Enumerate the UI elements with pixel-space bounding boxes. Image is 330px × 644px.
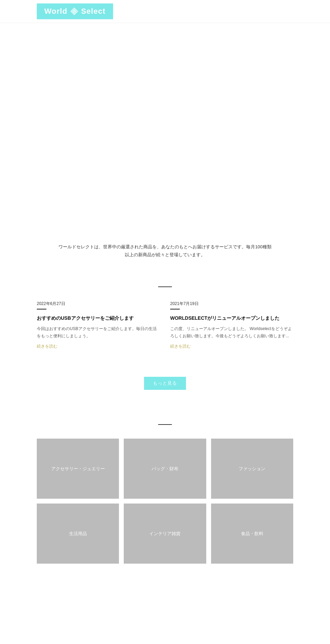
news-item-divider <box>170 309 180 309</box>
divider-line <box>158 286 172 287</box>
news-item: 2022年6月27日 おすすめのUSBアクセサリーをご紹介します 今回はおすすめ… <box>37 301 160 349</box>
news-title: WORLDSELECTがリニューアルオープンしました <box>170 314 293 322</box>
gallery-item-label: バッグ・財布 <box>152 465 178 472</box>
news-item-divider <box>37 309 46 309</box>
news-excerpt: 今回はおすすめのUSBアクセサリーをご紹介します。毎日の生活をもっと便利にしまし… <box>37 325 160 339</box>
logo-button[interactable]: World Select <box>37 3 113 19</box>
logo-icon <box>70 7 78 15</box>
gallery-item[interactable]: 食品・飲料 <box>211 504 293 564</box>
news-readmore-link[interactable]: 続きを読む <box>170 343 293 349</box>
gallery-item[interactable]: バッグ・財布 <box>124 439 206 499</box>
news-date: 2021年7月19日 <box>170 301 293 307</box>
gallery-item-label: ファッション <box>239 465 265 472</box>
description-section: ワールドセレクトは、世界中の厳選された商品を、あなたのもとへお届けするサービスで… <box>0 222 330 273</box>
gallery-item[interactable]: 生活用品 <box>37 504 119 564</box>
news-excerpt: この度、リニューアルオープンしました。 Worldselectをどうぞよろしくお… <box>170 325 293 339</box>
gallery-item-label: 食品・飲料 <box>241 530 263 537</box>
gallery-item[interactable]: ファッション <box>211 439 293 499</box>
gallery-grid: アクセサリー・ジュエリー バッグ・財布 ファッション 生活用品 インテリア雑貨 … <box>37 439 293 564</box>
news-grid: 2022年6月27日 おすすめのUSBアクセサリーをご紹介します 今回はおすすめ… <box>37 301 293 349</box>
header: World Select <box>0 0 330 23</box>
gallery-item[interactable]: アクセサリー・ジュエリー <box>37 439 119 499</box>
news-readmore-link[interactable]: 続きを読む <box>37 343 160 349</box>
news-title: おすすめのUSBアクセサリーをご紹介します <box>37 314 160 322</box>
divider-line <box>158 424 172 425</box>
gallery-section: アクセサリー・ジュエリー バッグ・財布 ファッション 生活用品 インテリア雑貨 … <box>0 410 330 584</box>
gallery-item-label: 生活用品 <box>69 530 87 537</box>
gallery-item-label: インテリア雑貨 <box>149 530 180 537</box>
news-date: 2022年6月27日 <box>37 301 160 307</box>
gallery-item[interactable]: インテリア雑貨 <box>124 504 206 564</box>
more-button-section: もっと見る <box>0 370 330 410</box>
logo-text-select: Select <box>81 7 106 16</box>
gallery-section-divider <box>37 424 293 425</box>
gallery-item-label: アクセサリー・ジュエリー <box>51 465 105 472</box>
more-button[interactable]: もっと見る <box>144 377 186 390</box>
description-text: ワールドセレクトは、世界中の厳選された商品を、あなたのもとへお届けするサービスで… <box>58 243 272 259</box>
news-section: 2022年6月27日 おすすめのUSBアクセサリーをご紹介します 今回はおすすめ… <box>0 273 330 370</box>
section-divider <box>37 286 293 287</box>
news-item: 2021年7月19日 WORLDSELECTがリニューアルオープンしました この… <box>170 301 293 349</box>
logo-text-world: World <box>44 7 67 16</box>
hero-section <box>0 23 330 222</box>
